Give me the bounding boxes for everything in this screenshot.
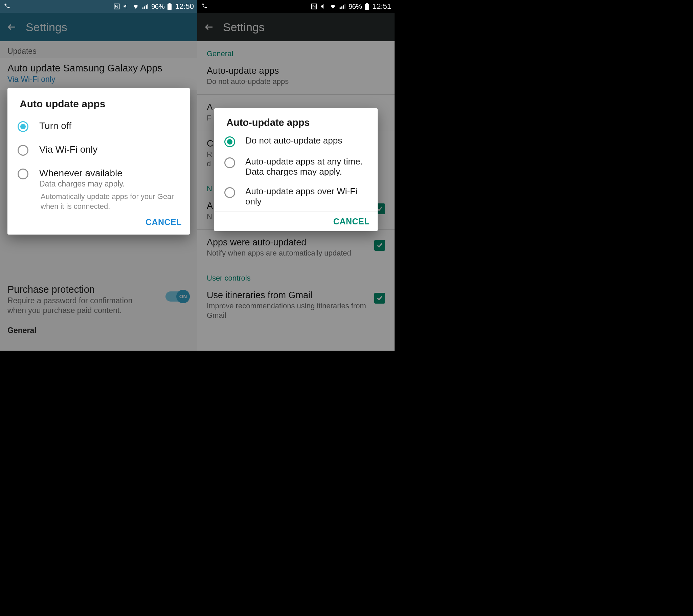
mute-icon xyxy=(320,3,327,10)
phone-right: 96% 12:51 Settings General Auto-update a… xyxy=(197,0,395,351)
mute-icon xyxy=(123,3,130,10)
radio-icon xyxy=(224,157,235,168)
radio-label: Do not auto-update apps xyxy=(245,136,368,146)
phone-left: 96% 12:50 Settings Updates Auto update S… xyxy=(0,0,197,351)
status-bar: 96% 12:51 xyxy=(197,0,395,13)
status-bar: 96% 12:50 xyxy=(0,0,197,13)
dialog-title: Auto-update apps xyxy=(214,108,378,131)
signal-icon xyxy=(339,3,346,10)
radio-label: Turn off xyxy=(39,120,180,131)
radio-label: Auto-update apps at any time. Data charg… xyxy=(245,157,368,177)
cancel-button[interactable]: CANCEL xyxy=(145,217,182,227)
radio-icon xyxy=(18,145,28,156)
battery-percent: 96% xyxy=(349,2,362,11)
radio-icon xyxy=(224,136,235,147)
wifi-calling-icon xyxy=(3,3,10,10)
radio-icon xyxy=(224,187,235,198)
wifi-calling-icon xyxy=(201,3,207,10)
dialog-auto-update-apps: Auto-update apps Do not auto-update apps… xyxy=(214,108,378,231)
dialog-title: Auto update apps xyxy=(7,88,190,114)
svg-rect-3 xyxy=(169,3,171,4)
radio-option-whenever-available[interactable]: Whenever available Data charges may appl… xyxy=(7,162,190,191)
signal-icon xyxy=(142,3,148,10)
radio-option-wifi-only[interactable]: Auto-update apps over Wi-Fi only xyxy=(214,182,378,212)
radio-option-any-time[interactable]: Auto-update apps at any time. Data charg… xyxy=(214,152,378,182)
clock: 12:50 xyxy=(175,2,194,11)
wifi-icon xyxy=(330,3,336,10)
radio-option-do-not-auto-update[interactable]: Do not auto-update apps xyxy=(214,131,378,152)
clock: 12:51 xyxy=(373,2,391,11)
radio-label: Auto-update apps over Wi-Fi only xyxy=(245,187,368,207)
radio-icon xyxy=(18,169,28,179)
battery-icon xyxy=(364,3,369,10)
radio-label: Via Wi-Fi only xyxy=(39,144,180,155)
battery-icon xyxy=(167,3,172,10)
svg-rect-5 xyxy=(365,4,369,10)
cancel-button[interactable]: CANCEL xyxy=(333,217,370,227)
svg-rect-2 xyxy=(167,4,172,10)
radio-sublabel: Data charges may apply. xyxy=(39,179,180,189)
radio-label: Whenever available xyxy=(39,168,180,179)
nfc-icon xyxy=(311,3,317,10)
wifi-icon xyxy=(132,3,139,10)
nfc-icon xyxy=(113,3,120,10)
dialog-auto-update-apps: Auto update apps Turn off Via Wi-Fi only… xyxy=(7,88,190,234)
battery-percent: 96% xyxy=(151,2,164,11)
radio-icon xyxy=(18,121,28,132)
radio-option-wifi-only[interactable]: Via Wi-Fi only xyxy=(7,138,190,162)
svg-rect-6 xyxy=(366,3,368,4)
radio-option-turn-off[interactable]: Turn off xyxy=(7,114,190,138)
dialog-footnote: Automatically update apps for your Gear … xyxy=(7,191,190,214)
